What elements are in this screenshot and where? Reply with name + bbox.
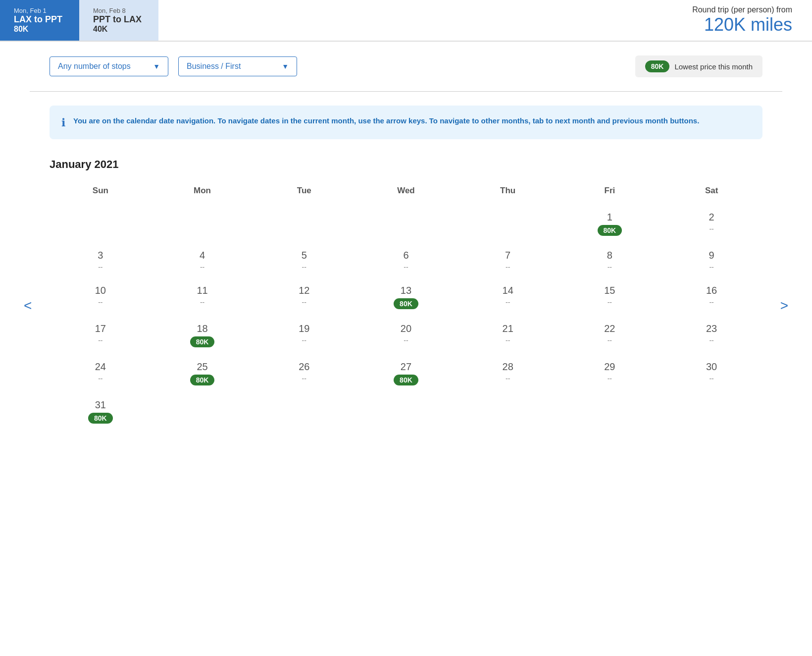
calendar-day-cell[interactable]: 17-- [50, 316, 152, 354]
day-price: -- [253, 298, 355, 306]
tab-return-date: Mon, Feb 8 [93, 7, 145, 14]
calendar-week-row: 3--4--5--6--7--8--9-- [50, 243, 762, 278]
day-price: -- [660, 298, 762, 306]
day-price: -- [355, 263, 457, 271]
day-price: -- [50, 375, 152, 383]
calendar-day-cell[interactable]: 24-- [50, 354, 152, 392]
calendar-day-cell[interactable]: 1880K [152, 316, 254, 354]
info-box: ℹ You are on the calendar date navigatio… [50, 106, 762, 139]
calendar-day-cell[interactable]: 7-- [457, 243, 559, 278]
tab-return[interactable]: Mon, Feb 8 PPT to LAX 40K [79, 0, 158, 41]
day-number: 18 [152, 323, 254, 334]
prev-month-button[interactable]: < [20, 294, 36, 318]
tab-outbound[interactable]: Mon, Feb 1 LAX to PPT 80K [0, 0, 79, 41]
price-badge: 80K [598, 225, 622, 236]
calendar-day-cell[interactable]: 28-- [457, 354, 559, 392]
day-number: 29 [559, 361, 661, 373]
calendar-day-cell[interactable]: 2780K [355, 354, 457, 392]
calendar-day-header: Wed [355, 181, 457, 205]
calendar-day-cell[interactable]: 19-- [253, 316, 355, 354]
next-month-button[interactable]: > [776, 294, 792, 318]
day-price: -- [50, 263, 152, 271]
calendar-day-cell[interactable]: 29-- [559, 354, 661, 392]
calendar-day-cell[interactable]: 15-- [559, 278, 661, 316]
day-price: -- [559, 375, 661, 383]
day-number: 6 [355, 250, 457, 261]
day-price: 80K [152, 336, 254, 347]
calendar-section: January 2021 < > SunMonTueWedThuFriSat 1… [0, 153, 812, 450]
day-price: 80K [355, 375, 457, 385]
calendar-day-cell [559, 392, 661, 431]
calendar-day-cell[interactable]: 22-- [559, 316, 661, 354]
calendar-day-cell [355, 392, 457, 431]
day-number: 22 [559, 323, 661, 334]
calendar-day-cell[interactable]: 3180K [50, 392, 152, 431]
day-price: -- [253, 375, 355, 383]
cabin-label: Business / First [187, 62, 241, 71]
calendar-day-cell [50, 205, 152, 243]
day-price: -- [253, 263, 355, 271]
calendar-day-cell [355, 205, 457, 243]
calendar-day-header: Sun [50, 181, 152, 205]
day-number: 14 [457, 285, 559, 296]
cabin-dropdown[interactable]: Business / First ▼ [178, 56, 297, 76]
calendar-day-cell[interactable]: 20-- [355, 316, 457, 354]
day-price: 80K [50, 413, 152, 424]
stops-label: Any number of stops [58, 62, 131, 71]
day-number: 16 [660, 285, 762, 296]
calendar-day-cell[interactable]: 21-- [457, 316, 559, 354]
calendar-day-header: Thu [457, 181, 559, 205]
day-price: 80K [152, 375, 254, 385]
tab-outbound-route: LAX to PPT [14, 14, 65, 25]
tab-return-price: 40K [93, 25, 145, 34]
calendar-day-header: Mon [152, 181, 254, 205]
calendar-day-cell[interactable]: 9-- [660, 243, 762, 278]
calendar-nav: < > SunMonTueWedThuFriSat 180K2--3--4--5… [50, 181, 762, 431]
calendar-day-cell[interactable]: 11-- [152, 278, 254, 316]
day-price: 80K [355, 298, 457, 309]
lowest-price-text: Lowest price this month [674, 62, 753, 71]
calendar-day-cell[interactable]: 14-- [457, 278, 559, 316]
day-number: 28 [457, 361, 559, 373]
calendar-day-cell [152, 205, 254, 243]
calendar-day-cell[interactable]: 5-- [253, 243, 355, 278]
calendar-day-header: Fri [559, 181, 661, 205]
calendar-day-cell[interactable]: 2-- [660, 205, 762, 243]
day-number: 11 [152, 285, 254, 296]
calendar-day-cell[interactable]: 3-- [50, 243, 152, 278]
calendar-day-cell[interactable]: 8-- [559, 243, 661, 278]
stops-dropdown[interactable]: Any number of stops ▼ [50, 56, 168, 76]
calendar-week-row: 3180K [50, 392, 762, 431]
price-summary-container: Round trip (per person) from 120K miles [672, 0, 812, 41]
calendar-week-row: 24--2580K26--2780K28--29--30-- [50, 354, 762, 392]
calendar-day-header: Tue [253, 181, 355, 205]
day-price: -- [457, 298, 559, 306]
calendar-day-cell[interactable]: 10-- [50, 278, 152, 316]
filters-row: Any number of stops ▼ Business / First ▼… [0, 42, 812, 91]
tab-outbound-date: Mon, Feb 1 [14, 7, 65, 14]
day-price: -- [457, 263, 559, 271]
lowest-price-badge: 80K [645, 60, 670, 72]
calendar-day-cell [253, 205, 355, 243]
info-text: You are on the calendar date navigation.… [73, 115, 699, 127]
day-number: 10 [50, 285, 152, 296]
calendar-day-cell[interactable]: 6-- [355, 243, 457, 278]
day-price: -- [660, 336, 762, 344]
calendar-day-cell[interactable]: 2580K [152, 354, 254, 392]
calendar-day-cell[interactable]: 1380K [355, 278, 457, 316]
day-number: 27 [355, 361, 457, 373]
day-price: -- [152, 263, 254, 271]
day-number: 8 [559, 250, 661, 261]
calendar-day-cell[interactable]: 26-- [253, 354, 355, 392]
calendar-day-cell[interactable]: 12-- [253, 278, 355, 316]
day-number: 2 [660, 212, 762, 223]
calendar-day-cell [457, 205, 559, 243]
calendar-day-cell[interactable]: 180K [559, 205, 661, 243]
calendar-day-cell[interactable]: 16-- [660, 278, 762, 316]
day-price: -- [660, 225, 762, 233]
calendar-day-cell[interactable]: 30-- [660, 354, 762, 392]
day-number: 24 [50, 361, 152, 373]
calendar-day-cell[interactable]: 23-- [660, 316, 762, 354]
calendar-day-cell[interactable]: 4-- [152, 243, 254, 278]
stops-arrow-icon: ▼ [153, 62, 160, 70]
